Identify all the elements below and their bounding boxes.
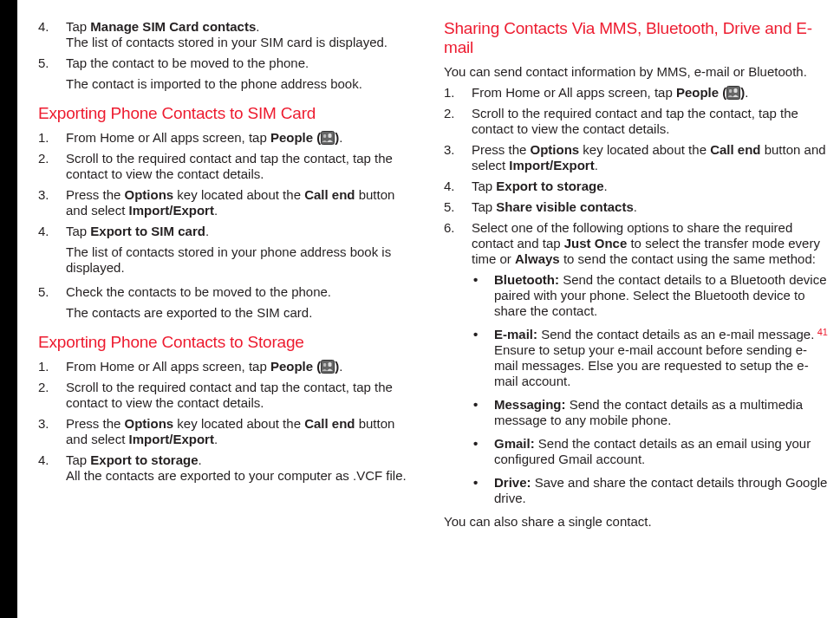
bullet-body: Gmail: Send the contact details as an em… bbox=[494, 436, 829, 467]
bold-text: Options bbox=[125, 416, 174, 431]
bullet-icon: • bbox=[472, 397, 494, 428]
list-number: 1. bbox=[38, 359, 66, 374]
bold-text: Gmail: bbox=[494, 436, 535, 451]
list-number: 2. bbox=[38, 380, 66, 411]
bold-text: Manage SIM Card contacts bbox=[90, 19, 256, 34]
text: From Home or All apps screen, tap bbox=[66, 130, 270, 145]
bold-text: Import/Export bbox=[129, 203, 214, 218]
text: Tap bbox=[66, 19, 90, 34]
text: . bbox=[745, 85, 748, 100]
left-column: 4. Tap Manage SIM Card contacts. The lis… bbox=[38, 19, 420, 535]
text: Press the bbox=[66, 187, 125, 202]
bold-text: Call end bbox=[710, 142, 760, 157]
share-options-list: • Bluetooth: Send the contact details to… bbox=[472, 272, 829, 506]
list-number: 4. bbox=[38, 19, 66, 50]
bold-text: Export to storage bbox=[90, 452, 198, 467]
svg-rect-1 bbox=[329, 133, 332, 138]
text: key located about the bbox=[579, 142, 710, 157]
bullet-item: • Bluetooth: Send the contact details to… bbox=[472, 272, 829, 319]
list-number: 2. bbox=[444, 106, 472, 137]
list-body: Press the Options key located about the … bbox=[472, 142, 829, 173]
list-body: Scroll to the required contact and tap t… bbox=[66, 380, 420, 411]
text: . bbox=[214, 432, 218, 446]
bold-text: Import/Export bbox=[129, 432, 214, 446]
note-text: The contact is imported to the phone add… bbox=[66, 76, 420, 92]
bold-text: Options bbox=[125, 187, 174, 202]
svg-rect-6 bbox=[727, 87, 740, 100]
text: Send the contact details as an e-mail me… bbox=[494, 327, 814, 388]
list-item: 6. Select one of the following options t… bbox=[444, 220, 829, 267]
bold-text: Share visible contacts bbox=[496, 199, 633, 214]
bullet-body: Messaging: Send the contact details as a… bbox=[494, 397, 829, 428]
list-item: 5. Check the contacts to be moved to the… bbox=[38, 284, 420, 300]
bold-text: Call end bbox=[304, 416, 355, 431]
list-number: 2. bbox=[38, 151, 66, 182]
text: Tap bbox=[66, 224, 90, 238]
continued-list: 4. Tap Manage SIM Card contacts. The lis… bbox=[38, 19, 420, 92]
bullet-item: • E-mail: Send the contact details as an… bbox=[472, 327, 829, 389]
list-number: 4. bbox=[38, 452, 66, 484]
list-number: 3. bbox=[38, 416, 66, 447]
bullet-body: E-mail: Send the contact details as an e… bbox=[494, 327, 829, 389]
text: . bbox=[339, 359, 342, 374]
text: . bbox=[604, 179, 608, 193]
list-body: From Home or All apps screen, tap People… bbox=[66, 359, 420, 374]
text: Press the bbox=[66, 416, 125, 431]
bold-text: People ( bbox=[676, 85, 726, 100]
list-number: 5. bbox=[444, 199, 472, 215]
text: . bbox=[214, 203, 218, 218]
list-item: 2. Scroll to the required contact and ta… bbox=[444, 106, 829, 137]
list-body: Press the Options key located about the … bbox=[66, 416, 420, 447]
bold-text: Just Once bbox=[564, 236, 628, 250]
text: . bbox=[199, 452, 202, 467]
bold-text: People ( bbox=[270, 359, 321, 374]
list-number: 5. bbox=[38, 284, 66, 300]
text: Save and share the contact details throu… bbox=[494, 475, 827, 505]
list-item: 1. From Home or All apps screen, tap Peo… bbox=[38, 359, 420, 374]
bold-text: Messaging: bbox=[494, 397, 566, 412]
bold-text: E-mail: bbox=[494, 327, 537, 342]
sim-list: 1. From Home or All apps screen, tap Peo… bbox=[38, 130, 420, 321]
text: The list of contacts stored in your SIM … bbox=[66, 35, 387, 49]
list-body: Check the contacts to be moved to the ph… bbox=[66, 284, 420, 300]
list-item: 4. Tap Export to storage. bbox=[444, 179, 829, 194]
bold-text: Import/Export bbox=[509, 158, 594, 172]
note-text: The list of contacts stored in your phon… bbox=[66, 244, 420, 276]
heading-sharing-contacts: Sharing Contacts Via MMS, Bluetooth, Dri… bbox=[444, 19, 829, 57]
list-item: 2. Scroll to the required contact and ta… bbox=[38, 380, 420, 411]
text: Tap bbox=[472, 199, 496, 214]
list-item: 1. From Home or All apps screen, tap Peo… bbox=[38, 130, 420, 146]
list-body: From Home or All apps screen, tap People… bbox=[472, 85, 829, 101]
heading-export-to-storage: Exporting Phone Contacts to Storage bbox=[38, 333, 420, 352]
list-item: 4. Tap Export to storage. All the contac… bbox=[38, 452, 420, 484]
text: . bbox=[205, 224, 209, 238]
list-body: Tap Export to storage. All the contacts … bbox=[66, 452, 420, 484]
bold-text: Options bbox=[531, 142, 580, 157]
text: Tap bbox=[66, 452, 90, 467]
intro-text: You can send contact information by MMS,… bbox=[444, 64, 829, 80]
heading-export-to-sim: Exporting Phone Contacts to SIM Card bbox=[38, 104, 420, 123]
bold-text: Always bbox=[515, 251, 560, 266]
page-content: 4. Tap Manage SIM Card contacts. The lis… bbox=[38, 19, 829, 535]
text: From Home or All apps screen, tap bbox=[472, 85, 676, 100]
text: Send the contact details as an email usi… bbox=[494, 436, 811, 466]
share-list: 1. From Home or All apps screen, tap Peo… bbox=[444, 85, 829, 267]
list-body: From Home or All apps screen, tap People… bbox=[66, 130, 420, 146]
svg-rect-2 bbox=[323, 134, 326, 138]
list-body: Press the Options key located about the … bbox=[66, 187, 420, 218]
right-column: Sharing Contacts Via MMS, Bluetooth, Dri… bbox=[444, 19, 829, 535]
svg-rect-0 bbox=[322, 132, 335, 145]
list-item: 3. Press the Options key located about t… bbox=[444, 142, 829, 173]
list-number: 3. bbox=[444, 142, 472, 173]
bullet-icon: • bbox=[472, 272, 494, 319]
closing-text: You can also share a single contact. bbox=[444, 514, 829, 530]
section-label: Managing Contacts bbox=[0, 154, 17, 328]
list-item: 3. Press the Options key located about t… bbox=[38, 187, 420, 218]
bold-text: Call end bbox=[304, 187, 355, 202]
list-item: 5. Tap the contact to be moved to the ph… bbox=[38, 55, 420, 71]
bullet-item: • Messaging: Send the contact details as… bbox=[472, 397, 829, 428]
list-number: 1. bbox=[38, 130, 66, 146]
svg-rect-5 bbox=[323, 363, 326, 367]
storage-list: 1. From Home or All apps screen, tap Peo… bbox=[38, 359, 420, 484]
bullet-icon: • bbox=[472, 436, 494, 467]
